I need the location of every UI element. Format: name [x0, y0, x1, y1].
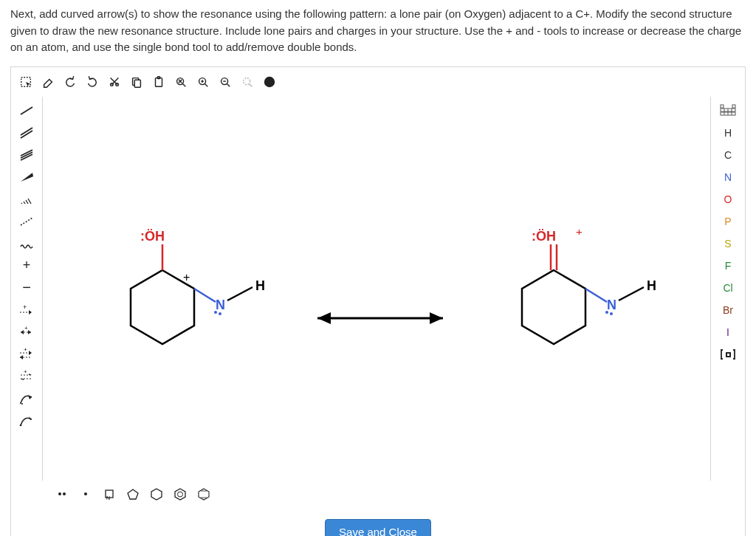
radical-icon[interactable]: [76, 485, 95, 503]
svg-point-44: [21, 403, 23, 405]
svg-rect-4: [134, 80, 140, 87]
editor-frame: ? + − + + + +: [10, 66, 746, 537]
mapping-swap[interactable]: +: [13, 321, 41, 343]
left-toolbar: + − + + + +: [11, 97, 42, 481]
svg-marker-35: [20, 355, 23, 360]
svg-marker-42: [28, 395, 32, 399]
svg-point-43: [20, 402, 21, 404]
mapping-plus[interactable]: +: [13, 299, 41, 321]
svg-line-23: [28, 199, 31, 204]
element-O[interactable]: O: [714, 188, 742, 210]
cube-icon[interactable]: [194, 485, 213, 503]
element-F[interactable]: F: [714, 255, 742, 277]
selection-tool[interactable]: [16, 72, 36, 92]
custom-label-icon[interactable]: [714, 343, 742, 365]
help-icon[interactable]: ?: [259, 72, 280, 92]
molecule-left: :ÖH + N H: [131, 229, 265, 344]
element-I[interactable]: I: [714, 321, 742, 343]
right-N-label: N: [607, 298, 616, 312]
dashed-bond[interactable]: [13, 210, 41, 233]
zoom-in-icon[interactable]: [193, 72, 213, 92]
svg-marker-29: [28, 330, 31, 334]
charge-plus[interactable]: +: [13, 255, 41, 277]
element-Br[interactable]: Br: [714, 299, 742, 321]
svg-rect-72: [727, 354, 729, 356]
element-Cl[interactable]: Cl: [714, 277, 742, 299]
cut-icon[interactable]: [104, 72, 125, 92]
double-bond[interactable]: [13, 122, 41, 144]
svg-text:+: +: [24, 325, 28, 331]
svg-line-20: [21, 203, 22, 204]
svg-line-53: [194, 289, 216, 302]
n-square-icon[interactable]: N: [100, 485, 119, 503]
lone-pair-icon[interactable]: [52, 485, 72, 503]
curved-arrow-half[interactable]: [13, 410, 41, 432]
molecule-right: :ÖH + N H: [522, 225, 656, 344]
svg-line-56: [227, 287, 252, 300]
wavy-bond[interactable]: [13, 233, 41, 255]
svg-marker-50: [430, 312, 443, 324]
redo-icon[interactable]: [82, 72, 103, 92]
svg-line-21: [24, 202, 25, 204]
svg-line-60: [585, 289, 607, 302]
element-S[interactable]: S: [714, 233, 742, 255]
hash-bond[interactable]: [13, 188, 41, 210]
save-and-close-button[interactable]: Save and Close: [325, 519, 431, 537]
right-charge: +: [576, 225, 583, 238]
svg-point-55: [219, 312, 221, 315]
single-bond[interactable]: [13, 100, 41, 122]
svg-marker-33: [29, 351, 32, 355]
mapping-equil[interactable]: +: [13, 365, 41, 388]
zoom-out-icon[interactable]: [215, 72, 236, 92]
triple-bond[interactable]: [13, 144, 41, 166]
svg-text:+: +: [24, 369, 27, 375]
svg-point-61: [605, 311, 608, 314]
pentagon-icon[interactable]: [123, 485, 142, 503]
periodic-table-icon[interactable]: [714, 100, 742, 122]
svg-line-24: [21, 218, 32, 225]
zoom-selection-icon[interactable]: [237, 72, 258, 92]
element-N[interactable]: N: [714, 166, 742, 188]
instructions-text: Next, add curved arrow(s) to show the re…: [10, 6, 746, 56]
svg-marker-57: [522, 270, 585, 344]
hexagon-icon[interactable]: [147, 485, 166, 503]
element-P[interactable]: P: [714, 210, 742, 233]
svg-point-10: [244, 78, 250, 84]
svg-marker-30: [21, 330, 24, 334]
svg-rect-65: [732, 105, 735, 108]
charge-minus[interactable]: −: [13, 277, 41, 299]
right-toolbar: H C N O P S F Cl Br I: [711, 97, 745, 481]
svg-point-81: [178, 492, 183, 497]
zoom-fit-icon[interactable]: [171, 72, 191, 92]
left-N-label: N: [216, 298, 225, 312]
left-OH-label: :ÖH: [140, 229, 165, 244]
left-plus: +: [183, 271, 190, 284]
svg-marker-79: [151, 489, 162, 500]
wedge-bond[interactable]: [13, 166, 41, 188]
paste-icon[interactable]: [148, 72, 169, 92]
svg-text:+: +: [23, 303, 27, 311]
svg-point-75: [84, 492, 87, 495]
element-H[interactable]: H: [714, 122, 742, 144]
svg-line-63: [619, 287, 644, 300]
drawing-canvas[interactable]: :ÖH + N H :: [42, 97, 711, 481]
svg-marker-80: [175, 489, 185, 500]
svg-marker-49: [317, 312, 331, 324]
element-C[interactable]: C: [714, 144, 742, 166]
svg-point-62: [610, 312, 613, 315]
copy-icon[interactable]: [126, 72, 147, 92]
mapping-plus2[interactable]: +: [13, 343, 41, 365]
undo-icon[interactable]: [60, 72, 80, 92]
svg-marker-19: [21, 173, 33, 182]
svg-rect-64: [721, 105, 724, 108]
svg-point-74: [63, 492, 66, 495]
curved-arrow-full[interactable]: [13, 388, 41, 410]
right-H-label: H: [647, 278, 656, 293]
svg-point-47: [20, 424, 22, 426]
svg-rect-5: [156, 78, 162, 86]
eraser-icon[interactable]: [38, 72, 58, 92]
svg-marker-26: [29, 310, 32, 315]
benzene-icon[interactable]: [171, 485, 190, 503]
right-OH-label: :ÖH: [532, 229, 556, 244]
svg-point-54: [214, 311, 217, 314]
